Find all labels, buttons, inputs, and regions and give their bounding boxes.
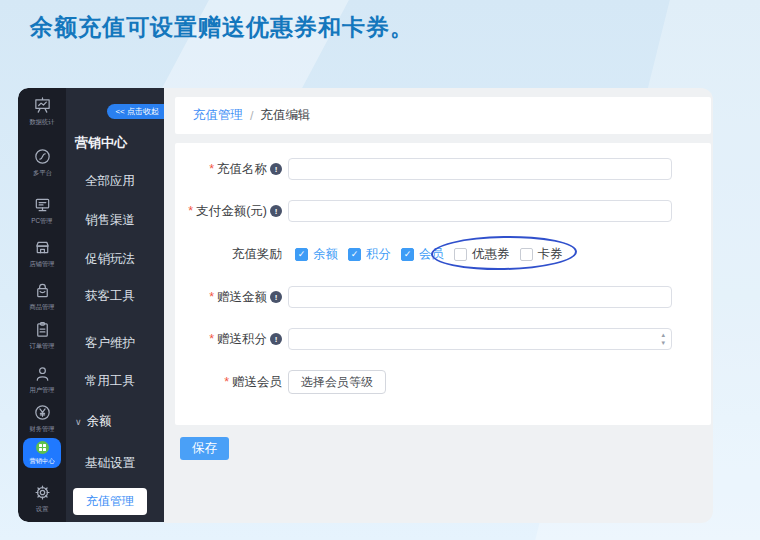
- form-row-gift-member: * 赠送会员 选择会员等级: [175, 369, 711, 395]
- info-icon[interactable]: !: [270, 291, 282, 303]
- field-label-text: 支付金额(元): [196, 203, 267, 220]
- sidebar-item-pc-manage[interactable]: PC管理: [18, 195, 66, 226]
- field-label: * 赠送金额 !: [175, 289, 288, 306]
- info-icon[interactable]: !: [270, 163, 282, 175]
- field-label: * 赠送会员: [175, 374, 288, 391]
- recharge-edit-form: * 充值名称 ! * 支付金额(元) ! 充值奖励 ✓ 余额: [175, 143, 711, 425]
- stepper-up-icon[interactable]: ▴: [661, 331, 665, 339]
- field-label-text: 充值奖励: [232, 246, 282, 263]
- sidebar-menu: << 点击收起 营销中心 全部应用 销售渠道 促销玩法 获客工具 客户维护 常用…: [66, 88, 164, 522]
- menu-item-sales-channels[interactable]: 销售渠道: [85, 212, 135, 229]
- checkbox-unchecked-icon: [520, 248, 533, 261]
- rail-item-label: 店铺管理: [29, 260, 54, 269]
- rail-item-label: 订单管理: [29, 342, 54, 351]
- checkbox-card-voucher[interactable]: 卡券: [520, 246, 563, 263]
- collapse-sidebar-button[interactable]: << 点击收起: [107, 104, 164, 119]
- select-member-level-button[interactable]: 选择会员等级: [288, 370, 386, 394]
- pay-amount-input[interactable]: [288, 200, 672, 222]
- rail-item-label: 财务管理: [29, 425, 54, 434]
- field-label-text: 赠送会员: [232, 374, 282, 391]
- checkbox-checked-icon: ✓: [295, 248, 308, 261]
- storefront-icon: [33, 238, 52, 257]
- required-mark: *: [224, 375, 229, 389]
- field-label: * 支付金额(元) !: [175, 203, 288, 220]
- form-row-gift-points: * 赠送积分 ! ▴ ▾: [175, 328, 711, 350]
- form-row-recharge-name: * 充值名称 !: [175, 158, 711, 180]
- rail-item-label: 设置: [36, 505, 49, 514]
- breadcrumb-current: 充值编辑: [260, 107, 310, 124]
- sidebar-item-data-stats[interactable]: 数据统计: [18, 96, 66, 127]
- multi-platform-icon: [33, 147, 52, 166]
- gift-points-input-wrap: ▴ ▾: [288, 328, 672, 350]
- sidebar-item-user-manage[interactable]: 用户管理: [18, 364, 66, 395]
- form-row-pay-amount: * 支付金额(元) !: [175, 200, 711, 222]
- sidebar: 数据统计 多平台 PC管理 店铺管理 商品管理 订单管理 用户管理 财务管理: [18, 88, 164, 522]
- sidebar-item-order-manage[interactable]: 订单管理: [18, 320, 66, 351]
- number-stepper[interactable]: ▴ ▾: [661, 331, 665, 347]
- sidebar-item-finance-manage[interactable]: 财务管理: [18, 403, 66, 434]
- breadcrumb-parent-link[interactable]: 充值管理: [193, 107, 243, 124]
- gear-icon: [33, 483, 52, 502]
- checkbox-label: 卡券: [538, 246, 563, 263]
- menu-item-promo-play[interactable]: 促销玩法: [85, 251, 135, 268]
- rail-item-label: 商品管理: [29, 303, 54, 312]
- checkbox-balance[interactable]: ✓ 余额: [295, 246, 338, 263]
- rail-item-label: 数据统计: [29, 118, 54, 127]
- chevron-down-icon: ∨: [75, 417, 82, 427]
- sidebar-item-store-manage[interactable]: 店铺管理: [18, 238, 66, 269]
- checkbox-member[interactable]: ✓ 会员: [401, 246, 444, 263]
- page-title: 余额充值可设置赠送优惠券和卡券。: [30, 12, 414, 43]
- gift-amount-input[interactable]: [288, 286, 672, 308]
- recharge-name-input[interactable]: [288, 158, 672, 180]
- monitor-icon: [33, 195, 52, 214]
- breadcrumb: 充值管理 / 充值编辑: [175, 97, 711, 134]
- field-label-text: 赠送金额: [217, 289, 267, 306]
- rail-item-label: 用户管理: [29, 386, 54, 395]
- save-button[interactable]: 保存: [180, 437, 229, 460]
- field-label-text: 充值名称: [217, 161, 267, 178]
- menu-group-balance[interactable]: ∨ 余额: [75, 413, 112, 430]
- form-row-rewards: 充值奖励 ✓ 余额 ✓ 积分 ✓ 会员 优惠券: [175, 243, 711, 265]
- user-icon: [33, 364, 52, 383]
- main-panel: 充值管理 / 充值编辑 * 充值名称 ! * 支付金额(元) ! 充值奖励: [164, 88, 713, 523]
- sidebar-item-multi-platform[interactable]: 多平台: [18, 147, 66, 178]
- sidebar-icon-rail: 数据统计 多平台 PC管理 店铺管理 商品管理 订单管理 用户管理 财务管理: [18, 88, 66, 522]
- info-icon[interactable]: !: [270, 333, 282, 345]
- field-label: * 赠送积分 !: [175, 331, 288, 348]
- menu-item-all-apps[interactable]: 全部应用: [85, 173, 135, 190]
- sidebar-item-marketing-center-active[interactable]: 营销中心: [23, 438, 61, 468]
- menu-section-marketing-center[interactable]: 营销中心: [75, 134, 127, 152]
- checkbox-checked-icon: ✓: [401, 248, 414, 261]
- gift-points-input[interactable]: [288, 328, 672, 350]
- stepper-down-icon[interactable]: ▾: [661, 339, 665, 347]
- required-mark: *: [209, 162, 214, 176]
- menu-item-basic-settings[interactable]: 基础设置: [85, 455, 135, 472]
- field-label-text: 赠送积分: [217, 331, 267, 348]
- sidebar-item-settings[interactable]: 设置: [18, 483, 66, 514]
- shopping-bag-icon: [33, 281, 52, 300]
- checkbox-label: 会员: [419, 246, 444, 263]
- field-label: * 充值名称 !: [175, 161, 288, 178]
- breadcrumb-separator: /: [250, 109, 253, 123]
- menu-item-customer-care[interactable]: 客户维护: [85, 335, 135, 352]
- rail-item-label: 营销中心: [29, 456, 54, 465]
- required-mark: *: [209, 290, 214, 304]
- sidebar-item-goods-manage[interactable]: 商品管理: [18, 281, 66, 312]
- checkbox-label: 积分: [366, 246, 391, 263]
- required-mark: *: [209, 332, 214, 346]
- checkbox-unchecked-icon: [454, 248, 467, 261]
- reward-options: ✓ 余额 ✓ 积分 ✓ 会员 优惠券 卡券: [295, 246, 573, 263]
- marketing-grid-icon: [36, 441, 49, 454]
- field-label: 充值奖励: [175, 246, 288, 263]
- checkbox-points[interactable]: ✓ 积分: [348, 246, 391, 263]
- checkbox-label: 余额: [313, 246, 338, 263]
- menu-item-customer-acquisition[interactable]: 获客工具: [85, 288, 135, 305]
- checkbox-label: 优惠券: [472, 246, 510, 263]
- menu-group-label: 余额: [87, 413, 112, 430]
- info-icon[interactable]: !: [270, 205, 282, 217]
- menu-item-common-tools[interactable]: 常用工具: [85, 373, 135, 390]
- required-mark: *: [188, 204, 193, 218]
- menu-item-recharge-manage-active[interactable]: 充值管理: [73, 488, 147, 515]
- checkbox-coupon[interactable]: 优惠券: [454, 246, 510, 263]
- chart-board-icon: [33, 96, 52, 115]
